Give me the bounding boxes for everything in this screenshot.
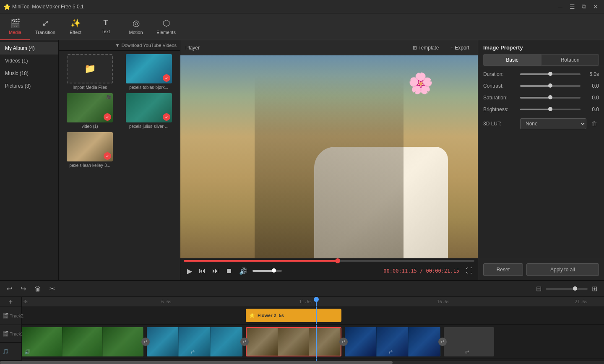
player-progress[interactable] xyxy=(180,258,478,262)
time-separator: / xyxy=(420,268,426,274)
playhead-track2 xyxy=(316,307,317,324)
sidebar-item-videos[interactable]: Videos (1) xyxy=(0,55,58,67)
volume-slider[interactable] xyxy=(253,270,282,272)
brightness-slider[interactable] xyxy=(520,109,581,110)
sidebar-item-music[interactable]: Music (18) xyxy=(0,67,58,80)
toolbar-transition[interactable]: ⤢ Transition xyxy=(30,13,60,40)
tab-rotation[interactable]: Rotation xyxy=(541,54,599,66)
motion-icon: ◎ xyxy=(133,18,140,28)
split-button[interactable]: ✂ xyxy=(47,283,57,294)
player-controls: ▶ ⏮ ⏭ ⏹ 🔊 00:00:11.15 / 00:00:21.15 ⛶ xyxy=(180,262,478,280)
redo-button[interactable]: ↪ xyxy=(18,283,29,294)
clip-gray[interactable]: ⇄ xyxy=(444,327,494,356)
lut-select[interactable]: None xyxy=(520,118,586,129)
zoom-slider-handle xyxy=(573,286,577,291)
hamburger-button[interactable]: ☰ xyxy=(567,3,577,11)
reset-button[interactable]: Reset xyxy=(483,263,523,276)
clip-ocean[interactable]: ⇄ xyxy=(345,327,440,356)
track2-row: ⭐ Flower 2 5s xyxy=(22,307,604,325)
transition-2[interactable]: ⇄ xyxy=(240,338,249,346)
leah-label: pexels-leah-kelley-3... xyxy=(70,163,110,168)
clip-frame xyxy=(179,327,211,356)
toolbar-text[interactable]: T Text xyxy=(91,13,121,40)
ruler-mark-4 xyxy=(134,299,161,304)
clip-frame xyxy=(147,327,179,356)
contrast-label: Contrast: xyxy=(483,83,517,89)
list-item[interactable]: 📁 Import Media Files xyxy=(62,54,118,90)
brightness-label: Brightness: xyxy=(483,107,517,112)
toolbar-effect-label: Effect xyxy=(70,30,81,35)
track1-icon: 🎬 xyxy=(3,331,9,337)
export-button[interactable]: ↑ Export xyxy=(447,43,473,52)
clip-woman[interactable] xyxy=(246,327,341,356)
sidebar-item-pictures[interactable]: Pictures (3) xyxy=(0,80,58,92)
skip-forward-button[interactable]: ⏭ xyxy=(211,265,221,276)
download-youtube-button[interactable]: ▼ Download YouTube Videos xyxy=(115,43,177,48)
delete-button[interactable]: 🗑 xyxy=(32,283,44,294)
play-button[interactable]: ▶ xyxy=(185,265,194,277)
clip-frames-gray xyxy=(444,327,494,356)
clip-frame xyxy=(309,328,341,356)
restore-button[interactable]: ⧉ xyxy=(579,3,589,11)
clip-frame xyxy=(377,327,409,356)
toolbar-media[interactable]: 🎬 Media xyxy=(0,13,30,40)
media-grid-area: ▼ Download YouTube Videos 📁 Import Media… xyxy=(59,40,180,280)
saturation-slider[interactable] xyxy=(520,97,581,99)
timeline-area: ↩ ↪ 🗑 ✂ ⊟ ⊞ + 🎬 Track2 🎬 Track1 xyxy=(0,280,604,364)
brightness-slider-fill xyxy=(520,109,550,110)
clip-frame xyxy=(211,327,242,356)
add-track-button[interactable]: + xyxy=(9,298,13,306)
julius-thumb: ✓ xyxy=(126,93,172,122)
duration-slider[interactable] xyxy=(520,73,581,75)
minimize-button[interactable]: ─ xyxy=(555,3,565,11)
toolbar-effect[interactable]: ✨ Effect xyxy=(60,13,91,40)
zoom-out-button[interactable]: ⊟ xyxy=(534,283,544,294)
clip-lake[interactable]: ⇄ xyxy=(147,327,242,356)
ruler-mark-18 xyxy=(520,299,547,304)
elements-icon: ⬡ xyxy=(163,18,170,28)
sidebar-item-my-album[interactable]: My Album (4) xyxy=(0,42,58,55)
playhead[interactable] xyxy=(316,297,317,307)
undo-button[interactable]: ↩ xyxy=(4,283,15,294)
transition-3[interactable]: ⇄ xyxy=(339,338,348,346)
lut-delete-button[interactable]: 🗑 xyxy=(590,120,599,128)
clip-frame xyxy=(409,327,440,356)
media-toolbar: ▼ Download YouTube Videos xyxy=(59,40,180,51)
progress-bar[interactable] xyxy=(184,260,474,262)
contrast-slider-fill xyxy=(520,85,550,87)
zoom-in-button[interactable]: ⊞ xyxy=(589,283,600,294)
skip-back-button[interactable]: ⏮ xyxy=(197,265,207,276)
template-button[interactable]: ⊞ Template xyxy=(409,43,443,52)
check-badge: ✓ xyxy=(104,152,111,160)
toolbar-elements[interactable]: ⬡ Elements xyxy=(151,13,181,40)
stop-button[interactable]: ⏹ xyxy=(224,265,234,276)
timeline-scrollbar[interactable] xyxy=(0,361,604,364)
clip-forest[interactable]: 🔊 xyxy=(22,327,143,356)
transition-arrow-lake: ⇄ xyxy=(191,349,195,355)
left-content: My Album (4) Videos (1) Music (18) Pictu… xyxy=(0,40,180,280)
list-item[interactable]: ✓ pexels-tobias-bjørk... xyxy=(121,54,177,90)
volume-icon[interactable]: 🔊 xyxy=(237,265,249,277)
apply-all-button[interactable]: Apply to all xyxy=(526,263,599,276)
star-icon: ⭐ xyxy=(249,313,255,318)
video1-thumb: 🎥 ✓ xyxy=(67,93,113,122)
track2-icon: 🎬 xyxy=(3,313,9,319)
contrast-slider[interactable] xyxy=(520,85,581,87)
tab-basic[interactable]: Basic xyxy=(483,54,541,66)
list-item[interactable]: ✓ pexels-julius-silver-... xyxy=(121,93,177,129)
zoom-slider[interactable] xyxy=(546,288,588,290)
timeline-toolbar: ↩ ↪ 🗑 ✂ ⊟ ⊞ xyxy=(0,281,604,297)
clip-frames-lake xyxy=(147,327,242,356)
toolbar-motion[interactable]: ◎ Motion xyxy=(121,13,151,40)
list-item[interactable]: ✓ pexels-leah-kelley-3... xyxy=(62,132,118,168)
ruler-mark-3 xyxy=(106,299,134,304)
close-button[interactable]: ✕ xyxy=(591,3,601,11)
fullscreen-button[interactable]: ⛶ xyxy=(466,267,473,275)
saturation-value: 0.0 xyxy=(584,95,599,101)
transition-1[interactable]: ⇄ xyxy=(141,338,150,346)
contrast-row: Contrast: 0.0 xyxy=(483,83,599,89)
list-item[interactable]: 🎥 ✓ video (1) xyxy=(62,93,118,129)
transition-4[interactable]: ⇄ xyxy=(438,338,447,346)
flower2-clip[interactable]: ⭐ Flower 2 5s xyxy=(246,309,341,322)
right-footer: Reset Apply to all xyxy=(478,259,604,280)
